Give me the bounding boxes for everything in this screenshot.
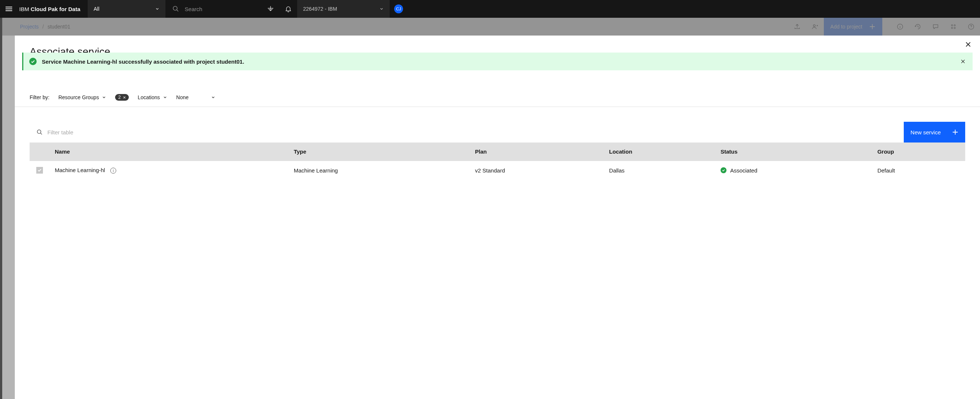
nav-left: IBM Cloud Pak for Data All <box>0 0 262 18</box>
filter-none-dropdown[interactable]: None <box>176 94 215 100</box>
services-table-wrap: New service Name Type Plan Location Stat… <box>15 107 980 194</box>
row-checkbox[interactable] <box>36 167 43 173</box>
subheader-dim <box>2 18 980 35</box>
col-status: Status <box>715 143 872 161</box>
global-search[interactable] <box>165 5 262 13</box>
row-status-label: Associated <box>730 167 757 173</box>
close-icon: ✕ <box>123 95 126 100</box>
new-service-button[interactable]: New service <box>904 122 965 143</box>
filter-none-label: None <box>176 94 188 100</box>
table-filter-input[interactable] <box>48 129 897 135</box>
filter-resource-groups-label: Resource Groups <box>59 94 99 100</box>
brand-main: Cloud Pak for Data <box>31 6 80 12</box>
row-status: Associated <box>721 167 867 173</box>
filter-tag-count[interactable]: 2 ✕ <box>115 94 129 101</box>
success-toast: Service Machine Learning-hl successfully… <box>22 52 973 70</box>
account-dropdown[interactable]: 2264972 - IBM <box>297 0 390 18</box>
modal-close-button[interactable] <box>962 38 974 50</box>
global-search-input[interactable] <box>185 6 255 12</box>
close-icon <box>965 41 972 48</box>
account-label: 2264972 - IBM <box>303 6 337 12</box>
row-location: Dallas <box>604 161 715 180</box>
search-icon <box>36 129 43 135</box>
filter-locations-label: Locations <box>138 94 160 100</box>
col-type: Type <box>289 143 470 161</box>
filter-locations[interactable]: Locations <box>138 94 167 100</box>
toast-close-button[interactable] <box>959 58 967 65</box>
svg-point-10 <box>37 130 41 134</box>
chevron-down-icon <box>211 95 215 100</box>
checkmark-filled-icon <box>29 58 37 65</box>
nav-right: 2264972 - IBM CJ <box>262 0 407 18</box>
table-toolbar: New service <box>30 122 965 143</box>
brand-prefix: IBM <box>19 6 31 12</box>
status-success-icon <box>721 167 727 173</box>
col-name: Name <box>49 143 289 161</box>
col-group: Group <box>872 143 965 161</box>
col-checkbox <box>30 143 49 161</box>
toast-message: Service Machine Learning-hl successfully… <box>42 59 954 65</box>
col-plan: Plan <box>470 143 604 161</box>
avatar[interactable]: CJ <box>394 5 403 13</box>
checkmark-icon <box>37 168 42 172</box>
chevron-down-icon <box>379 7 384 11</box>
svg-point-9 <box>29 58 37 65</box>
data-icon[interactable] <box>262 0 279 18</box>
menu-icon[interactable] <box>0 0 18 18</box>
chevron-down-icon <box>155 7 159 11</box>
notifications-icon[interactable] <box>279 0 297 18</box>
svg-line-1 <box>177 10 178 11</box>
row-group: Default <box>872 161 965 180</box>
col-location: Location <box>604 143 715 161</box>
chevron-down-icon <box>102 95 106 100</box>
scope-dropdown[interactable]: All <box>88 0 165 18</box>
associate-service-modal: Associate service Service Machine Learni… <box>15 35 980 399</box>
services-table: Name Type Plan Location Status Group <box>30 143 965 180</box>
svg-line-11 <box>41 133 42 135</box>
row-name: Machine Learning-hl <box>55 167 105 173</box>
plus-icon <box>952 129 959 135</box>
row-plan: v2 Standard <box>470 161 604 180</box>
filter-by-label: Filter by: <box>30 94 49 100</box>
table-row[interactable]: Machine Learning-hl i Machine Learning v… <box>30 161 965 180</box>
svg-point-0 <box>173 6 177 10</box>
brand-title: IBM Cloud Pak for Data <box>18 6 88 12</box>
table-header-row: Name Type Plan Location Status Group <box>30 143 965 161</box>
row-type: Machine Learning <box>289 161 470 180</box>
table-search[interactable] <box>30 122 904 143</box>
close-icon <box>960 59 966 64</box>
filter-tag-count-value: 2 <box>118 95 121 100</box>
filter-bar: Filter by: Resource Groups 2 ✕ Locations… <box>15 80 980 107</box>
new-service-label: New service <box>910 129 941 135</box>
search-icon <box>172 5 180 13</box>
scope-dropdown-label: All <box>94 6 100 12</box>
filter-resource-groups[interactable]: Resource Groups <box>59 94 107 100</box>
top-navbar: IBM Cloud Pak for Data All 2264972 - IBM… <box>0 0 980 18</box>
info-icon[interactable]: i <box>110 168 116 173</box>
chevron-down-icon <box>163 95 167 100</box>
